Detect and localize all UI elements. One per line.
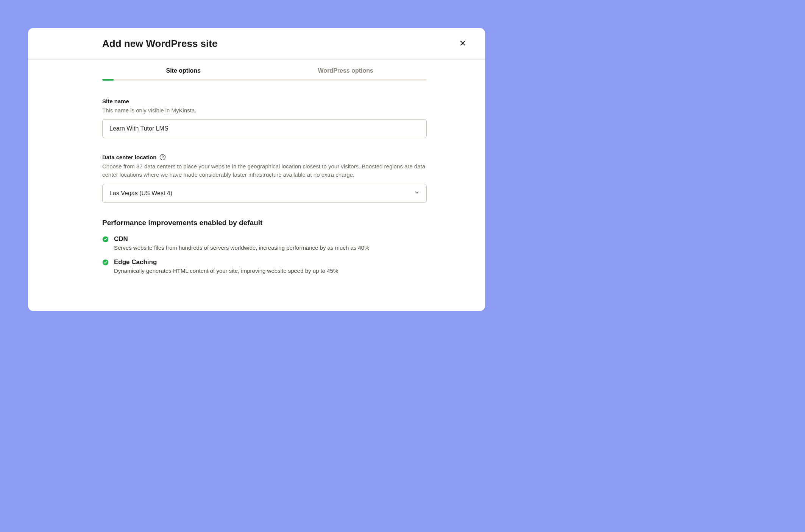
tab-wordpress-options[interactable]: WordPress options [265, 67, 427, 79]
site-name-field-group: Site name This name is only visible in M… [102, 98, 427, 138]
add-site-modal: Add new WordPress site Site options Word… [28, 28, 485, 311]
progress-fill [102, 79, 114, 81]
form-section: Site name This name is only visible in M… [102, 98, 427, 274]
data-center-label: Data center location [102, 154, 427, 160]
perf-cdn-title: CDN [114, 235, 427, 243]
data-center-field-group: Data center location Choose from 37 data… [102, 154, 427, 203]
close-icon [459, 40, 466, 48]
perf-content-cdn: CDN Serves website files from hundreds o… [114, 235, 427, 251]
check-circle-icon [102, 259, 109, 274]
modal-body: Site options WordPress options Site name… [28, 60, 485, 311]
performance-section: Performance improvements enabled by defa… [102, 219, 427, 274]
tabs: Site options WordPress options [102, 60, 427, 79]
chevron-down-icon [414, 190, 420, 197]
perf-item-edge: Edge Caching Dynamically generates HTML … [102, 258, 427, 274]
modal-header: Add new WordPress site [28, 28, 485, 60]
modal-title: Add new WordPress site [102, 38, 217, 50]
tab-site-options[interactable]: Site options [102, 67, 265, 79]
help-icon[interactable] [159, 154, 166, 160]
perf-item-cdn: CDN Serves website files from hundreds o… [102, 235, 427, 251]
perf-edge-desc: Dynamically generates HTML content of yo… [114, 268, 427, 274]
data-center-label-text: Data center location [102, 154, 156, 160]
site-name-hint: This name is only visible in MyKinsta. [102, 106, 427, 115]
perf-content-edge: Edge Caching Dynamically generates HTML … [114, 258, 427, 274]
data-center-value: Las Vegas (US West 4) [109, 190, 172, 197]
close-button[interactable] [457, 39, 468, 49]
tabs-container: Site options WordPress options [102, 60, 427, 81]
site-name-input[interactable] [102, 119, 427, 138]
perf-cdn-desc: Serves website files from hundreds of se… [114, 244, 427, 251]
site-name-label: Site name [102, 98, 427, 104]
perf-edge-title: Edge Caching [114, 258, 427, 266]
check-circle-icon [102, 236, 109, 251]
data-center-hint: Choose from 37 data centers to place you… [102, 162, 427, 179]
data-center-select[interactable]: Las Vegas (US West 4) [102, 184, 427, 203]
performance-title: Performance improvements enabled by defa… [102, 219, 427, 227]
progress-bar [102, 79, 427, 81]
